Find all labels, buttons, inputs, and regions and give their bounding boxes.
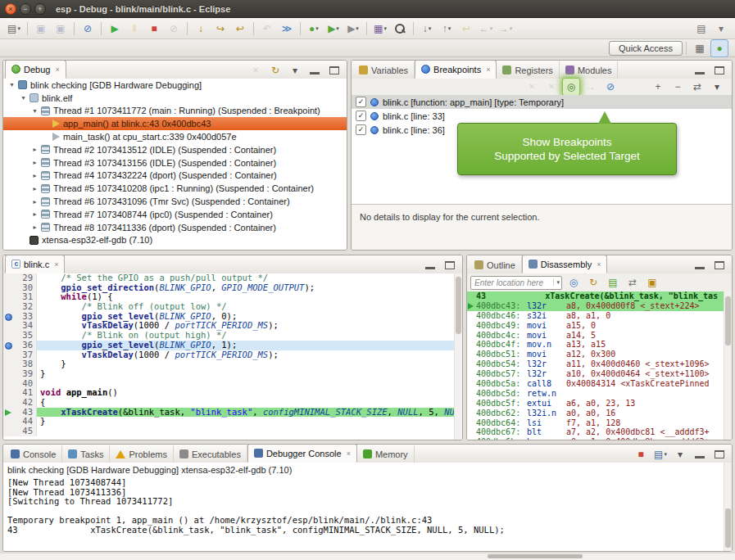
code-line[interactable]: 38 } [3, 359, 462, 369]
quick-access-button[interactable]: Quick Access [609, 41, 683, 56]
maximize-window-button[interactable]: + [34, 3, 46, 15]
disassembly-row[interactable]: 400dbc54:l32ra11, 0x400d0460 <_stext+109… [467, 359, 732, 369]
view-menu-icon[interactable]: ▾ [286, 61, 304, 79]
tab-modules[interactable]: Modules [560, 61, 619, 79]
previous-annotation-icon[interactable]: ↑▾ [438, 20, 456, 38]
open-perspective-icon[interactable]: ▦ [691, 39, 709, 57]
debug-tree-item[interactable]: ▸Thread #3 1073413156 (IDLE) (Suspended … [3, 156, 347, 169]
suspend-icon[interactable]: ‖ [125, 20, 143, 38]
save-all-icon[interactable]: ▣ [52, 20, 70, 38]
drop-to-frame-icon[interactable]: ↶ [258, 20, 276, 38]
remove-all-terminated-icon[interactable]: × [247, 61, 265, 79]
chevron-down-icon[interactable]: ▾ [553, 279, 560, 286]
step-into-icon[interactable]: ↓ [192, 20, 210, 38]
disassembly-scrollbar[interactable] [724, 291, 732, 440]
next-annotation-icon[interactable]: ↓▾ [418, 20, 436, 38]
tab-tasks[interactable]: Tasks [62, 445, 110, 463]
tab-outline[interactable]: Outline [469, 256, 522, 273]
twistie-icon[interactable]: ▾ [29, 107, 40, 115]
scrollbar-handle[interactable] [456, 277, 461, 334]
debug-tree-item[interactable]: ▸Thread #5 1073410208 (ipc1 : Running) (… [3, 182, 347, 195]
resume-icon[interactable]: ▶ [106, 20, 124, 38]
link-with-debug-icon[interactable]: ⇄ [688, 78, 706, 96]
close-icon[interactable]: × [347, 449, 351, 458]
remove-breakpoint-icon[interactable]: × [523, 78, 541, 96]
new-project-icon[interactable]: ▦▾ [371, 20, 389, 38]
open-console-shortcut-icon[interactable]: ▤ [692, 20, 710, 38]
disassembly-row[interactable]: 400dbc46:s32ia8, a1, 0 [467, 311, 732, 321]
maximize-view-icon[interactable] [710, 256, 728, 274]
close-icon[interactable]: × [486, 65, 490, 74]
disassembly-row[interactable]: 400dbc49:movia15, 0 [467, 321, 732, 331]
debug-tree-item[interactable]: ▾Thread #1 1073411772 (main : Running) (… [3, 105, 347, 118]
tab-executables[interactable]: Executables [174, 445, 247, 463]
debug-tree-item[interactable]: xtensa-esp32-elf-gdb (7.10) [3, 234, 347, 247]
code-editor[interactable]: 29 /* Set the GPIO as a push/pull output… [3, 273, 462, 440]
save-icon[interactable]: ▣ [32, 20, 50, 38]
checkbox[interactable]: ✓ [356, 124, 366, 135]
minimize-view-icon[interactable] [691, 256, 709, 274]
minimize-view-icon[interactable] [691, 61, 709, 79]
tab-variables[interactable]: Variables [353, 61, 415, 79]
disassembly-row[interactable]: 400dbc4c:movia14, 5 [467, 331, 732, 341]
twistie-icon[interactable]: ▾ [7, 81, 17, 88]
disassembly-row[interactable]: 400dbc43:l32ra8, 0x400d00f8 <_stext+224> [467, 301, 732, 311]
maximize-view-icon[interactable] [710, 61, 728, 79]
view-menu-icon[interactable]: ▾ [671, 445, 689, 463]
breakpoint-icon[interactable] [3, 341, 14, 350]
collapse-all-icon[interactable]: − [669, 78, 687, 96]
disassembly-row[interactable]: 400dbc64:lsif7, a1, 128 [467, 418, 732, 428]
twistie-icon[interactable]: ▸ [29, 198, 40, 205]
terminate-icon[interactable]: ■ [632, 445, 650, 463]
sync-selection-icon[interactable]: ▣ [643, 273, 661, 291]
tab-blink-c[interactable]: blink.c × [5, 255, 65, 273]
go-to-file-icon[interactable]: → [582, 78, 600, 96]
tab-memory[interactable]: Memory [357, 445, 415, 463]
close-icon[interactable]: × [54, 260, 58, 269]
remove-all-breakpoints-icon[interactable]: × [542, 78, 560, 96]
skip-all-breakpoints-icon[interactable]: ⊘ [601, 78, 619, 96]
tab-problems[interactable]: Problems [110, 445, 173, 463]
twistie-icon[interactable]: ▸ [29, 224, 40, 231]
debug-tree-item[interactable]: app_main() at blink.c:43 0x400dbc43 [3, 117, 347, 130]
twistie-icon[interactable]: ▸ [29, 146, 40, 153]
tab-console[interactable]: Console [5, 445, 62, 463]
debug-tree-item[interactable]: ▾blink checking [GDB Hardware Debugging] [3, 79, 347, 92]
search-icon[interactable] [391, 20, 409, 38]
tab-registers[interactable]: Registers [497, 61, 559, 79]
twistie-icon[interactable]: ▸ [29, 159, 40, 166]
disassembly-row[interactable]: 400dbc57:l32ra10, 0x400d0464 <_stext+110… [467, 369, 732, 379]
disassembly-row[interactable]: 400dbc6b:bnonea0, a1, 0x400dbc8b <__addd… [467, 437, 732, 440]
checkbox[interactable]: ✓ [356, 97, 366, 107]
tab-debug[interactable]: Debug × [5, 60, 66, 79]
tab-disassembly[interactable]: Disassembly× [522, 255, 608, 273]
editor-scrollbar[interactable] [454, 273, 462, 440]
disconnect-icon[interactable]: ⊘ [165, 20, 183, 38]
debug-dropdown-icon[interactable]: ●▾ [305, 20, 323, 38]
toolbar-menu-icon[interactable]: ▾ [712, 20, 730, 38]
code-line[interactable]: 41void app_main() [3, 388, 462, 398]
show-source-icon[interactable]: ▤ [604, 273, 622, 291]
location-combo[interactable]: ▾ [470, 276, 562, 290]
disassembly-row[interactable]: 400dbc5d:retw.n [467, 389, 732, 399]
scrollbar-handle[interactable] [725, 296, 731, 345]
disassembly-row[interactable]: 400dbc51:movia12, 0x300 [467, 350, 732, 359]
breakpoint-item[interactable]: ✓blink.c [function: app_main] [type: Tem… [352, 95, 732, 109]
console-output[interactable]: blink checking [GDB Hardware Debugging] … [3, 463, 732, 551]
scrollbar-handle[interactable] [488, 554, 583, 558]
disassembly-row[interactable]: 43 xTaskCreate(&blink_task, "blink_tas [467, 291, 732, 301]
disassembly-listing[interactable]: 43 xTaskCreate(&blink_task, "blink_tas40… [467, 291, 732, 440]
close-window-button[interactable]: × [5, 3, 16, 15]
twistie-icon[interactable]: ▸ [29, 185, 40, 192]
maximize-view-icon[interactable] [710, 445, 728, 463]
maximize-view-icon[interactable] [441, 256, 459, 274]
last-edit-location-icon[interactable]: ↩ [457, 20, 475, 38]
checkbox[interactable]: ✓ [356, 111, 366, 121]
minimize-view-icon[interactable] [691, 445, 709, 463]
forward-icon[interactable]: →▾ [497, 20, 515, 38]
code-line[interactable]: 37 vTaskDelay(1000 / portTICK_PERIOD_MS)… [3, 350, 462, 360]
disassembly-row[interactable]: 400dbc62:l32i.na0, a0, 16 [467, 409, 732, 418]
back-icon[interactable]: ←▾ [477, 20, 495, 38]
tab-breakpoints[interactable]: Breakpoints× [415, 60, 497, 79]
tab-debugger-console[interactable]: Debugger Console× [247, 444, 357, 463]
